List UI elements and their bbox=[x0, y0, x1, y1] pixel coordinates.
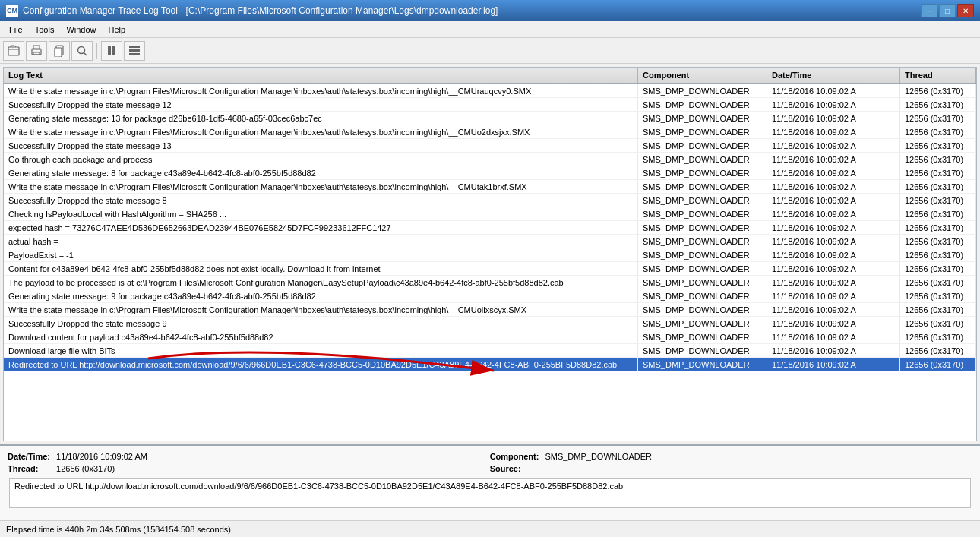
cell-datetime: 11/18/2016 10:09:02 A bbox=[767, 125, 900, 138]
cell-thread: 12656 (0x3170) bbox=[900, 221, 976, 234]
menu-tools[interactable]: Tools bbox=[29, 22, 61, 37]
restore-button[interactable]: □ bbox=[939, 4, 956, 17]
cell-logtext: Generating state message: 8 for package … bbox=[4, 166, 638, 179]
thread-value: 12656 (0x3170) bbox=[56, 464, 484, 473]
component-value: SMS_DMP_DOWNLOADER bbox=[545, 452, 972, 461]
table-row[interactable]: Successfully Dropped the state message 9… bbox=[4, 317, 976, 330]
table-row[interactable]: Generating state message: 9 for package … bbox=[4, 289, 976, 303]
cell-logtext: Checking IsPayloadLocal with HashAlgorit… bbox=[4, 207, 638, 220]
cell-thread: 12656 (0x3170) bbox=[900, 317, 976, 330]
cell-datetime: 11/18/2016 10:09:02 A bbox=[767, 207, 900, 220]
cell-logtext: Write the state message in c:\Program Fi… bbox=[4, 180, 638, 193]
app-icon: CM bbox=[6, 5, 18, 17]
cell-component: SMS_DMP_DOWNLOADER bbox=[638, 98, 767, 111]
table-row[interactable]: PayloadExist = -1SMS_DMP_DOWNLOADER11/18… bbox=[4, 248, 976, 262]
cell-datetime: 11/18/2016 10:09:02 A bbox=[767, 248, 900, 261]
cell-datetime: 11/18/2016 10:09:02 A bbox=[767, 139, 900, 152]
table-row[interactable]: actual hash =SMS_DMP_DOWNLOADER11/18/201… bbox=[4, 235, 976, 248]
cell-logtext: Successfully Dropped the state message 9 bbox=[4, 317, 638, 330]
cell-datetime: 11/18/2016 10:09:02 A bbox=[767, 262, 900, 275]
close-button[interactable]: ✕ bbox=[957, 4, 974, 17]
cell-logtext: Download content for payload c43a89e4-b6… bbox=[4, 330, 638, 343]
main-content: Log Text Component Date/Time Thread Writ… bbox=[0, 64, 980, 537]
cell-component: SMS_DMP_DOWNLOADER bbox=[638, 248, 767, 261]
pause-button[interactable] bbox=[101, 41, 122, 61]
cell-datetime: 11/18/2016 10:09:02 A bbox=[767, 112, 900, 125]
print-button[interactable] bbox=[26, 41, 47, 61]
cell-component: SMS_DMP_DOWNLOADER bbox=[638, 112, 767, 125]
cell-logtext: Redirected to URL http://download.micros… bbox=[4, 358, 638, 371]
cell-datetime: 11/18/2016 10:09:02 A bbox=[767, 84, 900, 97]
cell-component: SMS_DMP_DOWNLOADER bbox=[638, 330, 767, 343]
table-row[interactable]: Generating state message: 13 for package… bbox=[4, 112, 976, 125]
cell-thread: 12656 (0x3170) bbox=[900, 194, 976, 207]
table-row[interactable]: Download large file with BITsSMS_DMP_DOW… bbox=[4, 344, 976, 358]
cell-logtext: Generating state message: 13 for package… bbox=[4, 112, 638, 125]
cell-component: SMS_DMP_DOWNLOADER bbox=[638, 180, 767, 193]
cell-datetime: 11/18/2016 10:09:02 A bbox=[767, 166, 900, 179]
log-table: Log Text Component Date/Time Thread Writ… bbox=[3, 67, 977, 441]
cell-thread: 12656 (0x3170) bbox=[900, 139, 976, 152]
table-row[interactable]: Write the state message in c:\Program Fi… bbox=[4, 125, 976, 139]
cell-logtext: actual hash = bbox=[4, 235, 638, 248]
log-view: Log Text Component Date/Time Thread Writ… bbox=[2, 65, 978, 443]
table-row[interactable]: Write the state message in c:\Program Fi… bbox=[4, 303, 976, 317]
title-bar: CM Configuration Manager Trace Log Tool … bbox=[0, 0, 980, 21]
cell-component: SMS_DMP_DOWNLOADER bbox=[638, 166, 767, 179]
cell-thread: 12656 (0x3170) bbox=[900, 344, 976, 357]
col-header-logtext[interactable]: Log Text bbox=[4, 68, 638, 83]
cell-component: SMS_DMP_DOWNLOADER bbox=[638, 276, 767, 289]
cell-logtext: Generating state message: 9 for package … bbox=[4, 289, 638, 302]
cell-thread: 12656 (0x3170) bbox=[900, 276, 976, 289]
col-header-thread[interactable]: Thread bbox=[900, 68, 976, 83]
cell-logtext: Write the state message in c:\Program Fi… bbox=[4, 303, 638, 316]
table-row[interactable]: Generating state message: 8 for package … bbox=[4, 166, 976, 180]
detail-grid: Date/Time: 11/18/2016 10:09:02 AM Compon… bbox=[8, 452, 972, 473]
log-rows[interactable]: Write the state message in c:\Program Fi… bbox=[4, 84, 976, 441]
cell-logtext: The payload to be processed is at c:\Pro… bbox=[4, 276, 638, 289]
cell-component: SMS_DMP_DOWNLOADER bbox=[638, 317, 767, 330]
table-row[interactable]: Successfully Dropped the state message 1… bbox=[4, 98, 976, 112]
cell-logtext: Write the state message in c:\Program Fi… bbox=[4, 125, 638, 138]
col-header-datetime[interactable]: Date/Time bbox=[767, 68, 900, 83]
table-row[interactable]: Content for c43a89e4-b642-4fc8-abf0-255b… bbox=[4, 262, 976, 276]
table-row[interactable]: Download content for payload c43a89e4-b6… bbox=[4, 330, 976, 344]
cell-component: SMS_DMP_DOWNLOADER bbox=[638, 344, 767, 357]
menu-window[interactable]: Window bbox=[60, 22, 102, 37]
cell-thread: 12656 (0x3170) bbox=[900, 153, 976, 166]
minimize-button[interactable]: ─ bbox=[921, 4, 937, 17]
cell-logtext: Successfully Dropped the state message 1… bbox=[4, 139, 638, 152]
cell-thread: 12656 (0x3170) bbox=[900, 98, 976, 111]
table-row[interactable]: Write the state message in c:\Program Fi… bbox=[4, 180, 976, 194]
cell-component: SMS_DMP_DOWNLOADER bbox=[638, 207, 767, 220]
table-row[interactable]: Checking IsPayloadLocal with HashAlgorit… bbox=[4, 207, 976, 221]
table-row[interactable]: expected hash = 73276C47AEE4D536DE652663… bbox=[4, 221, 976, 235]
col-header-component[interactable]: Component bbox=[638, 68, 767, 83]
table-row[interactable]: Go through each package and processSMS_D… bbox=[4, 153, 976, 166]
cell-logtext: PayloadExist = -1 bbox=[4, 248, 638, 261]
menu-help[interactable]: Help bbox=[103, 22, 132, 37]
scroll-button[interactable] bbox=[124, 41, 145, 61]
component-label: Component: bbox=[490, 452, 539, 461]
toolbar-separator bbox=[96, 43, 97, 59]
cell-thread: 12656 (0x3170) bbox=[900, 125, 976, 138]
cell-datetime: 11/18/2016 10:09:02 A bbox=[767, 98, 900, 111]
table-row[interactable]: Successfully Dropped the state message 8… bbox=[4, 194, 976, 207]
table-row[interactable]: Successfully Dropped the state message 1… bbox=[4, 139, 976, 153]
cell-datetime: 11/18/2016 10:09:02 A bbox=[767, 358, 900, 371]
table-header: Log Text Component Date/Time Thread bbox=[4, 68, 976, 84]
cell-thread: 12656 (0x3170) bbox=[900, 84, 976, 97]
table-row[interactable]: Redirected to URL http://download.micros… bbox=[4, 358, 976, 371]
svg-rect-5 bbox=[55, 48, 62, 57]
table-row[interactable]: The payload to be processed is at c:\Pro… bbox=[4, 276, 976, 289]
table-row[interactable]: Write the state message in c:\Program Fi… bbox=[4, 84, 976, 98]
open-button[interactable] bbox=[3, 41, 24, 61]
copy-button[interactable] bbox=[49, 41, 70, 61]
window-title: Configuration Manager Trace Log Tool - [… bbox=[23, 5, 498, 16]
cell-logtext: Content for c43a89e4-b642-4fc8-abf0-255b… bbox=[4, 262, 638, 275]
cell-component: SMS_DMP_DOWNLOADER bbox=[638, 221, 767, 234]
cell-component: SMS_DMP_DOWNLOADER bbox=[638, 194, 767, 207]
menu-file[interactable]: File bbox=[3, 22, 29, 37]
find-button[interactable] bbox=[71, 41, 93, 61]
svg-rect-0 bbox=[8, 47, 19, 55]
